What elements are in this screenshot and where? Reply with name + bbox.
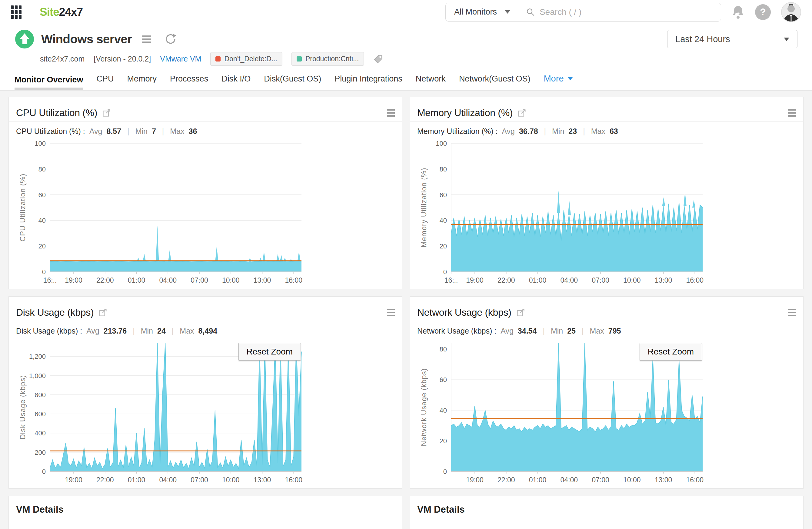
chart-menu-icon[interactable] [788,109,796,117]
svg-text:80: 80 [440,165,447,173]
svg-text:13:00: 13:00 [253,476,271,482]
divider [410,522,803,522]
expand-chart-icon[interactable] [99,308,107,317]
svg-text:01:00: 01:00 [529,476,547,482]
divider [9,522,402,522]
svg-text:60: 60 [440,376,447,384]
vmware-vm-link[interactable]: VMware VM [160,55,201,63]
avatar[interactable] [781,2,801,22]
panel-title: Disk Usage (kbps) [16,307,93,318]
tab-monitor-overview[interactable]: Monitor Overview [15,75,83,90]
svg-text:07:00: 07:00 [592,276,609,283]
svg-text:0: 0 [443,268,447,276]
chart-menu-icon[interactable] [788,309,796,316]
time-range-dropdown[interactable]: Last 24 Hours [667,30,797,48]
monitors-dropdown[interactable]: All Monitors [446,3,519,21]
svg-text:13:00: 13:00 [655,476,672,482]
svg-text:60: 60 [39,191,46,199]
time-range-label: Last 24 Hours [675,34,730,44]
vm-details-title: VM Details [417,504,796,515]
svg-text:400: 400 [34,429,46,437]
chart-stats: Network Usage (kbps) : Avg34.54 | Min25 … [417,323,796,339]
notification-bell-icon[interactable] [731,5,745,19]
tag-icon[interactable] [373,54,383,64]
expand-chart-icon[interactable] [102,108,111,117]
refresh-icon[interactable] [164,32,177,46]
tab-network-guest-os[interactable]: Network(Guest OS) [459,74,531,90]
help-icon[interactable]: ? [755,4,771,20]
panel-title: Memory Utilization (%) [417,107,513,118]
tab-more[interactable]: More [543,74,572,90]
search-input[interactable] [540,7,713,17]
tab-memory[interactable]: Memory [127,74,157,90]
svg-text:0: 0 [42,268,46,276]
svg-text:20: 20 [39,243,46,250]
svg-text:22:00: 22:00 [497,276,515,283]
svg-text:200: 200 [34,449,46,456]
apps-grid-icon[interactable] [11,5,21,19]
tab-disk-guest-os[interactable]: Disk(Guest OS) [264,74,321,90]
tag-color-green [296,56,302,61]
site24x7-logo[interactable]: Site24x7 [40,6,83,18]
reset-zoom-button[interactable]: Reset Zoom [238,343,301,361]
chevron-down-icon [567,77,573,80]
expand-chart-icon[interactable] [516,308,525,317]
svg-text:19:00: 19:00 [65,476,83,482]
svg-text:40: 40 [440,407,447,414]
svg-text:01:00: 01:00 [128,476,145,482]
chart-menu-icon[interactable] [387,109,395,117]
monitor-menu-icon[interactable] [142,35,151,43]
svg-text:60: 60 [440,191,447,199]
chevron-down-icon [505,10,510,14]
network-chart[interactable]: 02040608019:0022:0001:0004:0007:0010:001… [417,340,796,482]
tab-plugin-integrations[interactable]: Plugin Integrations [334,74,402,90]
svg-text:22:00: 22:00 [96,476,114,482]
chart-menu-icon[interactable] [387,309,395,316]
tag-chip-dont-delete[interactable]: Don't_Delete:D... [210,52,282,66]
disk-chart[interactable]: 02004006008001,0001,20019:0022:0001:0004… [16,340,395,482]
memory-chart[interactable]: 02040608010016:..19:0022:0001:0004:0007:… [417,140,796,283]
svg-text:07:00: 07:00 [592,476,609,482]
svg-text:40: 40 [440,217,447,224]
svg-text:40: 40 [39,217,46,224]
chart-stats: CPU Utilization (%) : Avg8.57 | Min7 | M… [16,123,395,139]
reset-zoom-button[interactable]: Reset Zoom [640,343,702,361]
vm-details-panel-left: VM Details Host Name s24x7-w10.site24x7.… [9,496,402,529]
tab-cpu[interactable]: CPU [97,74,114,90]
divider [410,121,803,121]
svg-text:100: 100 [436,140,447,147]
tab-bar: Monitor Overview CPU Memory Processes Di… [0,66,812,91]
tag-color-red [215,56,221,61]
vm-details-panel-right: VM Details ESX/ESXi Host Name 172.21.112… [410,496,803,529]
svg-text:CPU Utilization (%): CPU Utilization (%) [18,174,27,241]
svg-text:16:00: 16:00 [686,476,704,482]
tab-processes[interactable]: Processes [170,74,208,90]
chart-stats: Memory Utilization (%) : Avg36.78 | Min2… [417,123,796,139]
cpu-utilization-panel: CPU Utilization (%) CPU Utilization (%) … [9,97,402,289]
svg-text:19:00: 19:00 [466,476,483,482]
svg-text:80: 80 [440,346,447,353]
svg-text:16:..: 16:.. [445,276,458,283]
svg-text:04:00: 04:00 [560,276,578,283]
expand-chart-icon[interactable] [518,108,526,117]
search-shell: All Monitors [445,3,721,21]
svg-text:20: 20 [440,243,447,250]
tab-disk-io[interactable]: Disk I/O [221,74,250,90]
content-grid: CPU Utilization (%) CPU Utilization (%) … [0,91,812,529]
cpu-chart[interactable]: 02040608010016:..19:0022:0001:0004:0007:… [16,140,395,283]
svg-text:04:00: 04:00 [159,476,177,482]
svg-text:13:00: 13:00 [253,276,271,283]
svg-text:80: 80 [39,165,46,173]
svg-text:16:..: 16:.. [43,276,57,283]
svg-text:04:00: 04:00 [560,476,578,482]
svg-text:10:00: 10:00 [222,476,240,482]
tag-chip-production[interactable]: Production:Criti... [291,52,364,66]
svg-text:10:00: 10:00 [623,276,641,283]
divider [9,321,402,321]
divider [410,321,803,321]
svg-text:22:00: 22:00 [96,276,114,283]
tab-network[interactable]: Network [416,74,446,90]
svg-text:800: 800 [34,391,46,399]
monitors-dropdown-label: All Monitors [454,7,497,17]
search-icon [526,8,535,17]
